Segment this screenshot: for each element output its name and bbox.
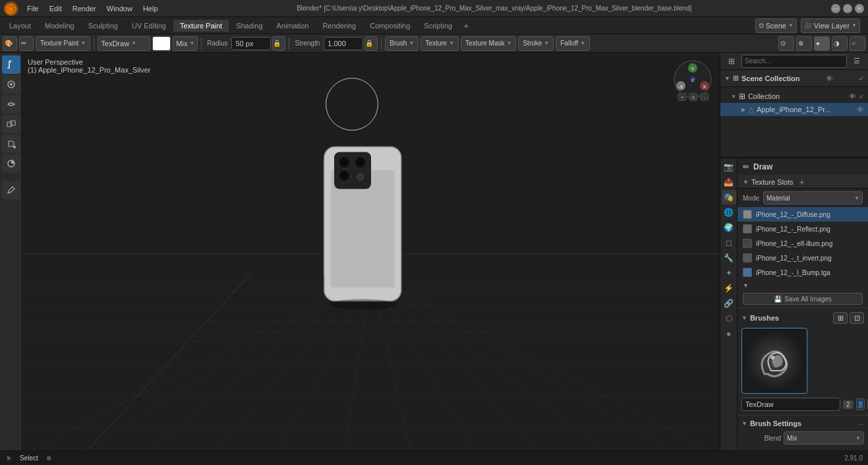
menu-window[interactable]: Window bbox=[102, 3, 137, 14]
tool-clone[interactable] bbox=[2, 115, 20, 133]
tab-compositing[interactable]: Compositing bbox=[363, 20, 417, 32]
viewport[interactable]: User Perspective (1) Apple_iPhone_12_Pro… bbox=[22, 53, 720, 450]
brushes-view-btn[interactable]: ⊡ bbox=[850, 312, 864, 324]
viewport-shading-rendered[interactable]: ○ bbox=[850, 36, 865, 51]
props-tab-object[interactable]: ◻ bbox=[722, 235, 736, 250]
brushes-title: Brushes bbox=[750, 314, 779, 322]
brush-fake-user-btn[interactable]: 👤 bbox=[856, 398, 865, 410]
collection-eye[interactable]: 👁 bbox=[849, 92, 856, 100]
texture-item-1[interactable]: iPhone_12_-_Reflect.png bbox=[738, 222, 868, 236]
tab-animation[interactable]: Animation bbox=[270, 20, 316, 32]
props-tab-particles[interactable]: ✦ bbox=[722, 266, 736, 280]
window-controls: — □ ✕ bbox=[831, 4, 864, 13]
tool-soften[interactable] bbox=[2, 75, 20, 94]
props-tab-physics[interactable]: ⚡ bbox=[722, 281, 736, 295]
falloff-btn[interactable]: Falloff ▼ bbox=[556, 36, 590, 51]
props-tab-view-layer[interactable]: 🎭 bbox=[722, 190, 736, 204]
color-swatch[interactable] bbox=[152, 36, 171, 51]
props-tab-scene[interactable]: 🌐 bbox=[722, 205, 736, 220]
brush-name-input[interactable] bbox=[741, 398, 840, 411]
mode-icon-btn[interactable]: 🎨 bbox=[3, 36, 17, 51]
outliner-filter-btn[interactable]: ☰ bbox=[850, 54, 864, 69]
viewport-shading-solid[interactable]: ● bbox=[814, 36, 830, 51]
scene-dropdown[interactable]: ⊙ Scene ▼ bbox=[755, 18, 797, 33]
menu-file[interactable]: File bbox=[22, 3, 43, 14]
tool-draw[interactable] bbox=[2, 55, 20, 74]
outliner-search[interactable] bbox=[741, 55, 847, 68]
brushes-header[interactable]: ▼ Brushes ⊞ ⊡ bbox=[741, 312, 864, 324]
props-tab-modifier[interactable]: 🔧 bbox=[722, 251, 736, 265]
tab-shading[interactable]: Shading bbox=[229, 20, 269, 32]
texture-mask-btn[interactable]: Texture Mask ▼ bbox=[461, 36, 516, 51]
tool-annotate[interactable] bbox=[2, 181, 20, 199]
outliner-object[interactable]: ▶ △ Apple_iPhone_12_Pr... 👁 bbox=[720, 103, 868, 116]
tab-layout[interactable]: Layout bbox=[3, 20, 38, 32]
tab-uv-editing[interactable]: UV Editing bbox=[125, 20, 173, 32]
texture-btn[interactable]: Texture ▼ bbox=[420, 36, 459, 51]
strength-lock-icon: 🔒 bbox=[365, 40, 373, 47]
scene-collection-check[interactable]: ✓ bbox=[859, 75, 864, 82]
blend-dropdown[interactable]: Mix ▼ bbox=[173, 36, 198, 51]
brush-icon-btn[interactable]: ✏ bbox=[19, 36, 34, 51]
texture-item-2[interactable]: iPhone_12_-_elf-illum.png bbox=[738, 236, 868, 251]
strength-lock-btn[interactable]: 🔒 bbox=[364, 36, 378, 51]
radius-input[interactable] bbox=[231, 37, 271, 50]
mode-dropdown[interactable]: Texture Paint ▼ bbox=[36, 36, 90, 51]
add-texture-btn[interactable]: + bbox=[796, 176, 808, 188]
viewport-shading-material[interactable]: ◑ bbox=[832, 36, 848, 51]
texture-item-0[interactable]: iPhone_12_-_Diffuse.png bbox=[738, 207, 868, 222]
outliner-collection[interactable]: ▼ ⊞ Collection 👁 ✓ bbox=[720, 90, 868, 103]
window-close[interactable]: ✕ bbox=[855, 4, 864, 13]
window-maximize[interactable]: □ bbox=[843, 4, 852, 13]
brush-settings-btn[interactable]: Brush ▼ bbox=[385, 36, 419, 51]
radius-lock-btn[interactable]: 🔒 bbox=[272, 36, 285, 51]
menu-help[interactable]: Help bbox=[138, 3, 163, 14]
menu-edit[interactable]: Edit bbox=[45, 3, 67, 14]
tab-modeling[interactable]: Modeling bbox=[38, 20, 81, 32]
stroke-btn[interactable]: Stroke ▼ bbox=[518, 36, 554, 51]
brush-thumbnail[interactable] bbox=[741, 328, 807, 394]
props-tab-world[interactable]: 🌍 bbox=[722, 220, 736, 235]
scene-collection-arrow[interactable]: ▼ bbox=[724, 75, 730, 82]
viewport-overlay-btn[interactable]: ⊙ bbox=[778, 36, 794, 51]
scene-collection-eye[interactable]: 👁 bbox=[826, 75, 833, 82]
props-tab-material[interactable]: ● bbox=[722, 326, 736, 341]
add-workspace-btn[interactable]: + bbox=[459, 19, 473, 32]
outliner-icon-btn[interactable]: ⊞ bbox=[724, 54, 739, 69]
save-all-images-btn[interactable]: 💾 Save All Images bbox=[743, 293, 863, 305]
strength-input[interactable] bbox=[324, 37, 363, 50]
props-tab-constraints[interactable]: 🔗 bbox=[722, 296, 736, 311]
gizmo-btn[interactable]: ⊕ bbox=[796, 36, 812, 51]
texture-expand-btn[interactable]: ▼ bbox=[738, 280, 868, 290]
props-tab-render[interactable]: 📷 bbox=[722, 160, 736, 174]
toolbar-sep-2 bbox=[201, 38, 202, 49]
texture-item-3[interactable]: iPhone_12_-_t_invert.png bbox=[738, 251, 868, 265]
header-toolbar: 🎨 ✏ Texture Paint ▼ TexDraw ▼ Mix ▼ Radi… bbox=[0, 34, 868, 53]
window-minimize[interactable]: — bbox=[831, 4, 840, 13]
tool-smear[interactable] bbox=[2, 95, 20, 113]
props-tab-output[interactable]: 📤 bbox=[722, 175, 736, 189]
tab-sculpting[interactable]: Sculpting bbox=[82, 20, 125, 32]
tab-texture-paint[interactable]: Texture Paint bbox=[173, 20, 229, 32]
tool-mask[interactable] bbox=[2, 154, 20, 173]
tab-rendering[interactable]: Rendering bbox=[316, 20, 362, 32]
menu-render[interactable]: Render bbox=[68, 3, 101, 14]
brush-dropdown[interactable]: TexDraw ▼ bbox=[98, 36, 150, 51]
mode-label: Mode bbox=[743, 195, 759, 202]
tab-scripting[interactable]: Scripting bbox=[417, 20, 459, 32]
view-layer-dropdown[interactable]: 🎥 View Layer ▼ bbox=[801, 18, 860, 33]
texture-slots-header[interactable]: ▼ Texture Slots + bbox=[738, 176, 868, 189]
texture-item-4[interactable]: iPhone_12_-_l_Bump.tga bbox=[738, 265, 868, 280]
navigation-widget[interactable]: Y X -X Z + ⊙ - bbox=[672, 58, 714, 101]
blender-logo[interactable] bbox=[4, 1, 18, 16]
mode-dropdown[interactable]: Material ▼ bbox=[763, 191, 863, 204]
props-tab-data[interactable]: ⬡ bbox=[722, 311, 736, 326]
brush-settings-header[interactable]: ▼ Brush Settings ··· bbox=[741, 419, 864, 427]
object-eye[interactable]: 👁 bbox=[857, 106, 864, 113]
blend-prop-dropdown[interactable]: Mix ▼ bbox=[784, 431, 864, 445]
collection-check[interactable]: ✓ bbox=[859, 93, 864, 100]
tool-fill[interactable] bbox=[2, 135, 20, 153]
falloff-label: Falloff bbox=[560, 40, 578, 47]
brushes-expand-btn[interactable]: ⊞ bbox=[833, 312, 848, 324]
properties-content: ✏ Draw ▼ Texture Slots + Mode Material bbox=[738, 158, 868, 450]
